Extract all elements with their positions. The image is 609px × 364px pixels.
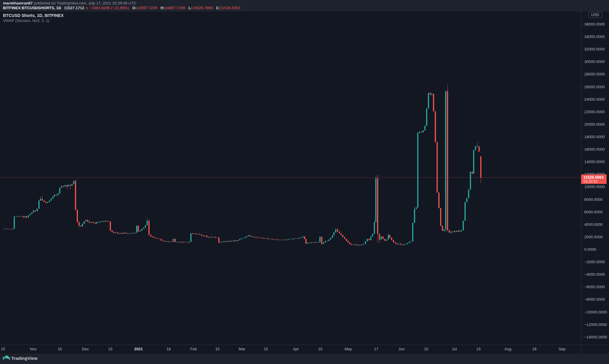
time-tick-label: Dec: [82, 347, 89, 351]
time-tick-label: Feb: [190, 347, 197, 351]
price-tick: [581, 300, 583, 300]
price-tick-label: 20000.0000: [584, 122, 605, 127]
price-tick-label: 26000.0000: [584, 85, 605, 89]
price-tick-label: −14000.0000: [584, 335, 607, 339]
time-tick-label: Mar: [239, 347, 245, 351]
price-tick-label: 0.0000: [584, 247, 596, 252]
tradingview-logo-icon[interactable]: [2, 355, 10, 362]
price-tick: [581, 212, 583, 212]
time-tick-label: 16: [532, 347, 536, 351]
price-tick-label: −8000.0000: [584, 297, 605, 302]
price-tick: [581, 162, 583, 162]
price-tick: [581, 24, 583, 25]
price-tick-label: −6000.0000: [584, 285, 605, 289]
price-tick: [581, 124, 583, 125]
current-price-label: 11526.5062 03:20:53: [581, 174, 607, 184]
footer-bar: [0, 354, 609, 364]
price-tick: [581, 37, 583, 37]
chart-legend: BTCUSD Shorts, 1D, BITFINEX VWAP (Sessio…: [3, 13, 64, 23]
price-tick: [581, 99, 583, 100]
price-tick: [581, 187, 583, 187]
price-tick: [581, 74, 583, 75]
price-tick-label: −4000.0000: [584, 272, 605, 277]
price-tick: [581, 324, 583, 325]
legend-symbol[interactable]: BTCUSD Shorts, 1D, BITFINEX: [3, 13, 64, 18]
price-tick-label: 18000.0000: [584, 135, 605, 139]
tradingview-brand[interactable]: TradingView: [11, 356, 37, 361]
time-tick-label: May: [345, 347, 352, 351]
time-tick-label: 15: [264, 347, 268, 351]
price-tick-label: 36000.0000: [584, 22, 605, 26]
price-tick: [581, 262, 583, 262]
price-tick-label: 24000.0000: [584, 97, 605, 102]
price-tick-label: 6000.0000: [584, 210, 602, 214]
currency-toggle-button[interactable]: USD: [588, 12, 602, 18]
time-tick-label: 15: [476, 347, 481, 351]
time-tick-label: 15: [215, 347, 219, 351]
legend-indicator-vwap[interactable]: VWAP (Session, hlc3, 0, 1): [3, 18, 64, 23]
time-tick-label: Sep: [558, 347, 565, 351]
price-tick: [581, 87, 583, 87]
price-tick: [581, 62, 583, 62]
time-tick-label: Aug: [504, 347, 511, 351]
price-tick-label: 32000.0000: [584, 47, 605, 51]
time-tick-label: Jul: [452, 347, 457, 351]
price-tick: [581, 237, 583, 237]
price-axis[interactable]: USD 11526.5062 03:20:53 36000.000034000.…: [581, 0, 609, 354]
price-tick: [581, 287, 583, 287]
time-tick-label: 17: [374, 347, 378, 351]
price-tick-label: −12000.0000: [584, 322, 607, 327]
time-tick-label: 15: [424, 347, 428, 351]
price-tick-label: 4000.0000: [584, 222, 602, 227]
price-tick-label: 14000.0000: [584, 160, 605, 164]
time-tick-label: 18: [167, 347, 171, 351]
time-tick-label: 15: [318, 347, 322, 351]
price-tick-label: 28000.0000: [584, 72, 605, 76]
current-price-value: 11526.5062: [583, 174, 607, 180]
price-tick-label: 22000.0000: [584, 110, 605, 114]
price-tick: [581, 49, 583, 50]
price-tick-label: −2000.0000: [584, 260, 605, 264]
price-tick: [581, 199, 583, 200]
time-tick-label: 15: [108, 347, 112, 351]
price-tick: [581, 250, 583, 250]
time-tick-label: Apr: [293, 347, 299, 351]
price-tick: [581, 149, 583, 150]
time-tick-label: 16: [58, 347, 62, 351]
price-tick-label: 10000.0000: [584, 185, 605, 189]
time-axis[interactable]: 15Nov16Dec15202118Feb15Mar15Apr15May17Ju…: [0, 345, 609, 354]
price-tick: [581, 224, 583, 225]
time-tick-label: Nov: [30, 347, 37, 351]
price-tick-label: 2000.0000: [584, 235, 602, 239]
price-tick: [581, 137, 583, 137]
price-tick-label: 8000.0000: [584, 197, 602, 202]
time-tick-label: 2021: [134, 347, 143, 351]
price-tick-label: 16000.0000: [584, 147, 605, 152]
price-tick-label: 30000.0000: [584, 59, 605, 64]
time-tick-label: Jun: [398, 347, 405, 351]
price-tick: [581, 312, 583, 312]
price-tick: [581, 275, 583, 275]
price-tick-label: −10000.0000: [584, 310, 607, 314]
price-tick: [581, 112, 583, 112]
candles: [3, 85, 481, 246]
price-tick: [581, 337, 583, 337]
bar-countdown: 03:20:53: [583, 180, 607, 184]
price-tick-label: 34000.0000: [584, 34, 605, 39]
time-tick-label: 15: [1, 347, 5, 351]
candlestick-chart[interactable]: [0, 0, 609, 354]
